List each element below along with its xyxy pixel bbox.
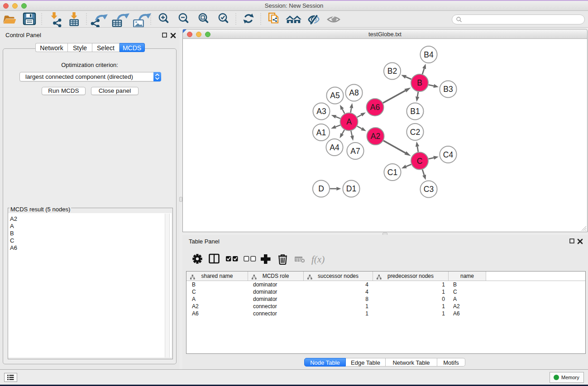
svg-text:f(x): f(x) [311,254,325,265]
